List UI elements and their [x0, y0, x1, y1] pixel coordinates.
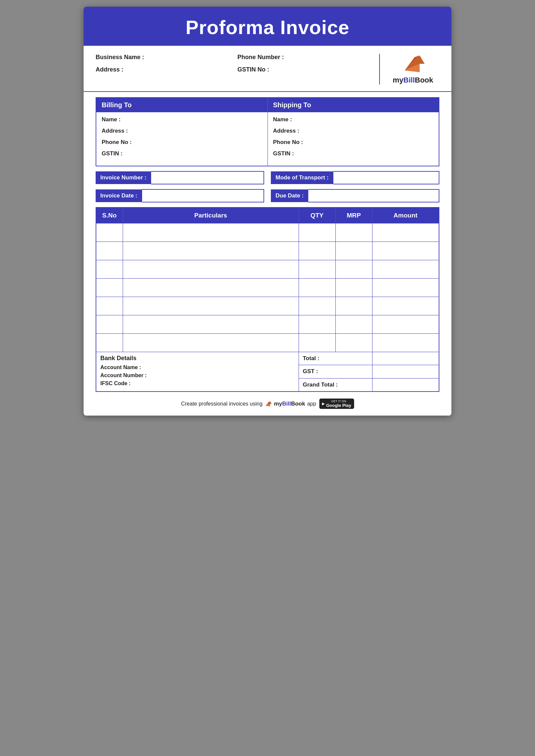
billing-phone: Phone No :: [102, 139, 262, 146]
table-body: [96, 223, 439, 352]
account-number-label: Account Number :: [100, 372, 295, 379]
billing-header: Billing To Shipping To: [96, 98, 439, 112]
billing-col-right: Name : Address : Phone No : GSTIN :: [268, 112, 439, 166]
business-phone-label: Phone Number :: [237, 54, 372, 61]
business-address-label: Address :: [96, 66, 231, 73]
bank-details-title: Bank Details: [100, 355, 295, 362]
grand-total-label: Grand Total :: [303, 382, 338, 388]
page-title: Proforma Invoice: [84, 16, 451, 38]
footer-brand-my: my: [274, 401, 282, 407]
table-row: [96, 315, 439, 334]
billing-col-left: Name : Address : Phone No : GSTIN :: [96, 112, 268, 166]
business-name-label: Business Name :: [96, 54, 231, 61]
total-label-cell: Total :: [299, 352, 372, 365]
gst-label-cell: GST :: [299, 365, 372, 378]
table-row: [96, 260, 439, 279]
ifsc-label: IFSC Code :: [100, 381, 295, 387]
gst-value-cell: [372, 365, 439, 378]
invoice-date-label: Invoice Date :: [96, 189, 142, 202]
shipping-gstin: GSTIN :: [273, 150, 434, 157]
bank-details-cell: Bank Details Account Name : Account Numb…: [96, 352, 299, 392]
mybillbook-logo-text: myBillBook: [393, 76, 433, 85]
transport-input[interactable]: [333, 171, 439, 184]
gst-label: GST :: [303, 368, 318, 374]
mybillbook-logo-icon: [401, 54, 425, 74]
shipping-name: Name :: [273, 116, 434, 123]
grand-total-value-cell: [372, 378, 439, 392]
table-row: [96, 223, 439, 242]
transport-group: Mode of Transport :: [271, 171, 439, 184]
col-header-mrp: MRP: [335, 207, 372, 223]
due-date-group: Due Date :: [271, 189, 439, 202]
col-header-amount: Amount: [372, 207, 439, 223]
billing-name: Name :: [102, 116, 262, 123]
total-label: Total :: [303, 355, 320, 361]
col-header-qty: QTY: [299, 207, 335, 223]
table-row: [96, 297, 439, 315]
billing-section: Billing To Shipping To Name : Address : …: [96, 97, 439, 166]
col-header-sno: S.No: [96, 207, 123, 223]
invoice-number-label: Invoice Number :: [96, 171, 151, 184]
grand-total-label-cell: Grand Total :: [299, 378, 372, 392]
col-header-particulars: Particulars: [123, 207, 299, 223]
footer-logo-icon: [264, 401, 272, 407]
invoice-fields-row1: Invoice Number : Mode of Transport :: [96, 171, 439, 184]
table-header: S.No Particulars QTY MRP Amount: [96, 207, 439, 223]
google-play-name: Google Play: [326, 403, 351, 408]
logo-container: myBillBook: [393, 54, 433, 85]
invoice-page: Proforma Invoice Business Name : Address…: [84, 7, 451, 416]
footer-brand-bill: Bill: [282, 401, 291, 407]
invoice-date-group: Invoice Date :: [96, 189, 264, 202]
invoice-fields-row2: Invoice Date : Due Date :: [96, 189, 439, 202]
google-play-badge[interactable]: ▶ GET IT ON Google Play: [319, 399, 354, 409]
table-row: [96, 242, 439, 260]
billing-body: Name : Address : Phone No : GSTIN : Name…: [96, 112, 439, 166]
footer-text: Create professional invoices using: [181, 401, 262, 407]
items-table: S.No Particulars QTY MRP Amount Bank Det…: [96, 207, 439, 392]
business-section: Business Name : Address : Phone Number :…: [84, 46, 451, 92]
table-footer: Bank Details Account Name : Account Numb…: [96, 352, 439, 392]
footer-app-label: app: [307, 401, 316, 407]
logo-bill: Bill: [403, 76, 415, 84]
invoice-number-group: Invoice Number :: [96, 171, 264, 184]
table-row: [96, 279, 439, 297]
shipping-phone: Phone No :: [273, 139, 434, 146]
business-logo-area: myBillBook: [379, 54, 439, 85]
shipping-address: Address :: [273, 128, 434, 134]
google-play-get: GET IT ON: [326, 400, 351, 403]
total-row: Bank Details Account Name : Account Numb…: [96, 352, 439, 365]
footer-brand: myBillBook: [274, 401, 305, 407]
logo-book: Book: [415, 76, 433, 84]
invoice-date-input[interactable]: [142, 189, 264, 202]
billing-gstin: GSTIN :: [102, 150, 262, 157]
footer-brand-book: Book: [291, 401, 305, 407]
due-date-label: Due Date :: [271, 189, 308, 202]
logo-my: my: [393, 76, 403, 84]
business-gstin-label: GSTIN No :: [237, 66, 372, 73]
google-play-icon: ▶: [322, 402, 325, 406]
invoice-number-input[interactable]: [151, 171, 264, 184]
billing-address: Address :: [102, 128, 262, 134]
total-value-cell: [372, 352, 439, 365]
billing-to-header: Billing To: [96, 98, 268, 112]
account-name-label: Account Name :: [100, 364, 295, 370]
header-banner: Proforma Invoice: [84, 7, 451, 46]
business-mid: Phone Number : GSTIN No :: [237, 54, 372, 85]
footer: Create professional invoices using myBil…: [84, 399, 451, 409]
table-row: [96, 334, 439, 352]
shipping-to-header: Shipping To: [268, 98, 439, 112]
due-date-input[interactable]: [308, 189, 439, 202]
business-left: Business Name : Address :: [96, 54, 231, 85]
transport-label: Mode of Transport :: [271, 171, 333, 184]
